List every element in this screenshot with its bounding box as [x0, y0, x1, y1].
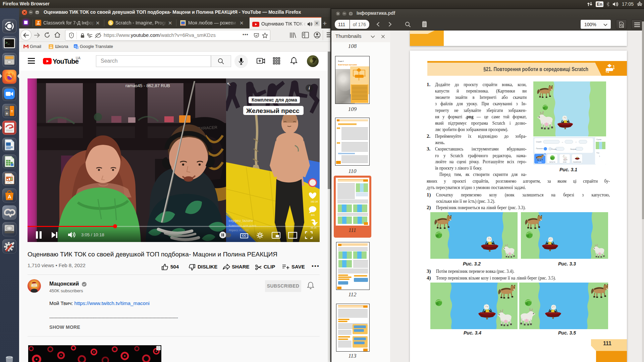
- svg-text:ramas45 - 862,87 RUB: ramas45 - 862,87 RUB: [125, 83, 170, 88]
- svg-text:文: 文: [76, 46, 78, 49]
- svg-text:Железный пресс: Железный пресс: [246, 107, 300, 114]
- svg-text:=: =: [11, 109, 13, 114]
- svg-text:>_: >_: [5, 41, 10, 45]
- svg-text:cepgeu_tazuev: cepgeu_tazuev: [229, 219, 253, 223]
- svg-text:S: S: [109, 21, 112, 25]
- svg-text:162.1K: 162.1K: [311, 200, 318, 203]
- svg-text:Комплекс для дома: Комплекс для дома: [252, 97, 297, 103]
- svg-text:A: A: [8, 194, 11, 199]
- svg-text:841: 841: [311, 214, 315, 216]
- svg-text:+: +: [6, 111, 8, 116]
- svg-text:−: −: [6, 107, 8, 110]
